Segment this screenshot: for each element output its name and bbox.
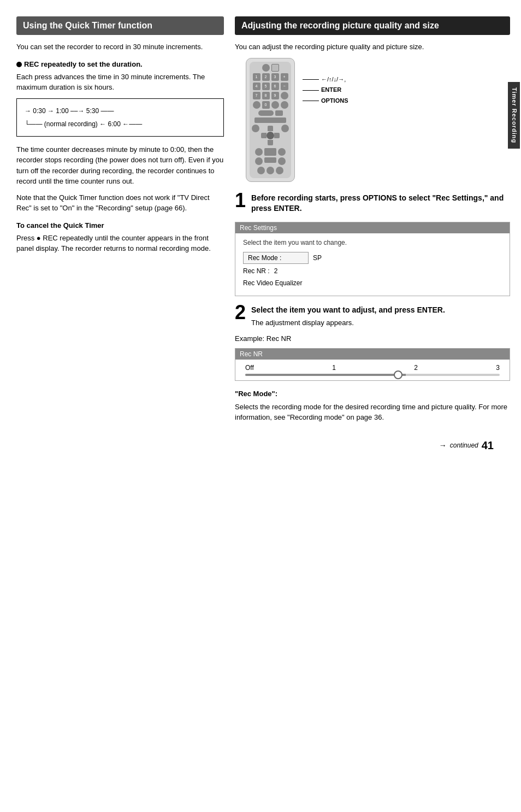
remote-btn-minus: − <box>281 83 288 90</box>
label-dash-2 <box>303 90 319 91</box>
subhead-rec-repeatedly: REC repeatedly to set the duration. <box>16 60 224 68</box>
rec-mode-block: "Rec Mode": Selects the recording mode f… <box>235 389 510 423</box>
remote-control: 1 2 3 + 4 5 6 − 7 8 9 <box>246 58 295 182</box>
remote-bc-1 <box>255 157 263 165</box>
nav-up-btn <box>268 126 273 131</box>
remote-label-options: OPTIONS <box>303 96 348 107</box>
rec-nr-value: 2 <box>274 267 278 275</box>
slider-thumb[interactable] <box>394 370 402 379</box>
remote-btn-plus: + <box>281 73 288 81</box>
remote-rect-row-2 <box>252 117 289 123</box>
slider-fill <box>245 374 406 376</box>
remote-btn-1 <box>262 64 270 72</box>
remote-label-arrows: ←/↑/↓/→, <box>303 74 348 85</box>
para-increments: Each press advances the time in 30 minut… <box>16 72 224 93</box>
remote-num-row-2: 4 5 6 − <box>252 83 289 90</box>
rec-mode-value: SP <box>313 254 322 262</box>
remote-oval-3 <box>281 101 288 109</box>
rec-nr-slider-title: Rec NR <box>235 349 510 360</box>
rec-settings-box: Rec Settings Select the item you want to… <box>235 222 510 296</box>
para-cancel: Press ● REC repeatedly until the counter… <box>16 233 224 254</box>
remote-small-btn-left <box>252 125 259 132</box>
vertical-tab: Timer Recording <box>508 82 520 149</box>
right-title: Adjusting the recording picture quality … <box>241 21 439 30</box>
remote-nav-row <box>252 125 289 146</box>
remote-rect-row <box>252 110 289 116</box>
slider-track <box>245 374 500 376</box>
remote-bd-2 <box>267 167 274 174</box>
remote-rect-2 <box>275 110 283 116</box>
remote-bc-2 <box>278 157 286 165</box>
nav-cross <box>261 126 280 145</box>
step-2-block: 2 Select the item you want to adjust, an… <box>235 305 510 327</box>
rec-video-item: Rec Video Equalizer <box>243 278 303 288</box>
para-counter-decreases: The time counter decreases minute by min… <box>16 144 224 187</box>
nav-center-btn <box>267 132 274 139</box>
remote-btn-2: 2 <box>262 73 270 81</box>
remote-display <box>271 64 279 72</box>
label-dash-1 <box>303 79 319 80</box>
remote-btn-5: 5 <box>262 83 270 90</box>
remote-oval-2 <box>271 101 279 109</box>
remote-labels: ←/↑/↓/→, ENTER OPTIONS <box>303 74 348 107</box>
remote-bb-1 <box>255 148 263 156</box>
remote-num-row-1: 1 2 3 + <box>252 73 289 81</box>
rec-nr-row: Rec NR : 2 <box>243 266 502 276</box>
rec-mode-body: Selects the recording mode for the desir… <box>235 402 510 423</box>
remote-btn-7: 7 <box>253 92 260 99</box>
continued-arrow: → <box>439 441 447 450</box>
slider-body: Off 1 2 3 <box>235 360 510 380</box>
timer-row-2: └—— (normal recording) ← 6:00 ←—— <box>25 117 216 131</box>
remote-btn-8: 8 <box>262 92 270 99</box>
example-label: Example: Rec NR <box>235 334 510 343</box>
remote-btn-1: 1 <box>253 73 260 81</box>
step-2-content: Select the item you want to adjust, and … <box>235 305 510 327</box>
remote-bottom-row-3 <box>252 167 289 174</box>
step-1-number: 1 <box>235 193 246 210</box>
left-section-header: Using the Quick Timer function <box>16 16 224 35</box>
remote-oval-1 <box>253 101 260 109</box>
para-note-quick-timer: Note that the Quick Timer function does … <box>16 192 224 214</box>
left-column: Using the Quick Timer function You can s… <box>16 16 224 796</box>
step-2-body: The adjustment display appears. <box>235 319 510 327</box>
footer: → continued 41 <box>235 439 510 452</box>
step-1-block: 1 Before recording starts, press OPTIONS… <box>235 193 510 214</box>
step-2-number: 2 <box>235 305 246 322</box>
rec-nr-slider-box: Rec NR Off 1 2 3 <box>235 348 510 381</box>
remote-bd-1 <box>257 167 265 174</box>
step-1-text: Before recording starts, press OPTIONS t… <box>235 193 510 214</box>
remote-bd-3 <box>276 167 283 174</box>
rec-settings-body: Select the item you want to change. Rec … <box>235 233 510 296</box>
timer-row-1: → 0:30 → 1:00 ––→ 5:30 —— <box>25 104 216 117</box>
bullet-icon <box>16 62 22 67</box>
continued-text: continued <box>450 442 478 449</box>
remote-top-row <box>252 64 289 72</box>
remote-bottom-row-2 <box>252 157 289 165</box>
rec-video-row: Rec Video Equalizer <box>243 278 502 288</box>
right-column: Timer Recording Adjusting the recording … <box>235 16 510 796</box>
remote-container: 1 2 3 + 4 5 6 − 7 8 9 <box>246 58 510 182</box>
step-2-text: Select the item you want to adjust, and … <box>235 305 510 316</box>
step-1-content: Before recording starts, press OPTIONS t… <box>235 193 510 214</box>
remote-btn-circle-1 <box>281 92 288 99</box>
remote-bb-2 <box>264 148 276 156</box>
rec-settings-subtitle: Select the item you want to change. <box>243 239 502 246</box>
left-title: Using the Quick Timer function <box>23 21 152 30</box>
remote-btn-0: 0 <box>262 101 270 109</box>
remote-bb-3 <box>278 148 286 156</box>
nav-down-btn <box>268 140 273 145</box>
rec-nr-item: Rec NR : <box>243 266 270 276</box>
remote-wide-rect <box>254 117 286 123</box>
rec-settings-title: Rec Settings <box>235 222 510 233</box>
remote-btn-3: 3 <box>271 73 279 81</box>
right-section-header: Adjusting the recording picture quality … <box>235 16 510 35</box>
label-dash-3 <box>303 101 319 101</box>
remote-btn-9: 9 <box>271 92 279 99</box>
remote-label-enter: ENTER <box>303 85 348 96</box>
nav-left-btn <box>261 133 267 138</box>
slider-labels: Off 1 2 3 <box>243 364 502 372</box>
remote-btn-6: 6 <box>271 83 279 90</box>
timer-diagram: → 0:30 → 1:00 ––→ 5:30 —— └—— (normal re… <box>16 98 224 137</box>
rec-mode-title: "Rec Mode": <box>235 389 510 399</box>
rec-mode-row: Rec Mode : SP <box>243 252 502 264</box>
